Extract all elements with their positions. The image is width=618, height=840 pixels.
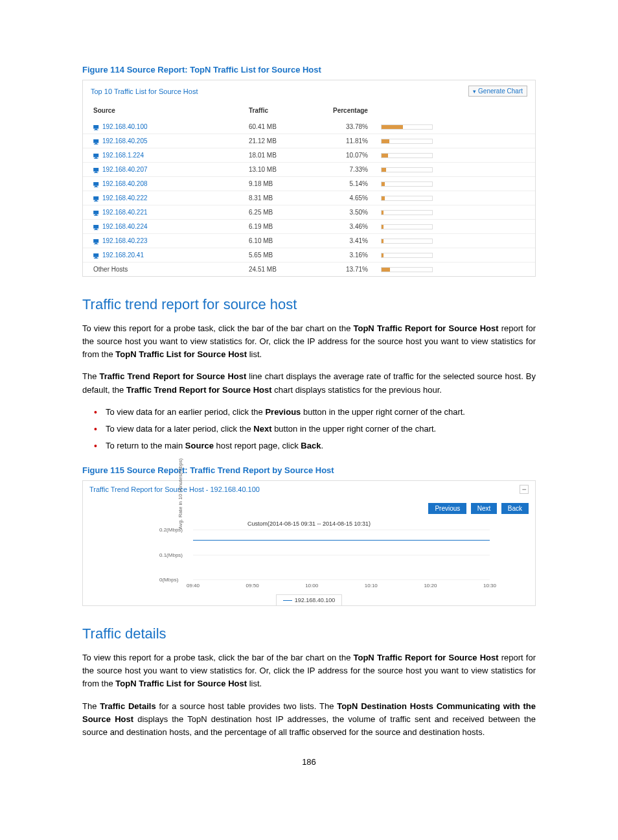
table-row: 192.168.40.2246.19 MB3.46%	[83, 220, 535, 234]
percentage-value: 4.65%	[323, 191, 378, 205]
percentage-bar	[381, 181, 433, 187]
panel-title: Top 10 Traffic List for Source Host	[91, 88, 198, 95]
ip-link[interactable]: 192.168.1.224	[102, 152, 144, 159]
host-icon	[93, 139, 100, 144]
percentage-bar	[381, 210, 433, 215]
chart-y-axis-label: Avg. Rate in 10 Minutes(Mbps)	[177, 458, 183, 530]
svg-rect-11	[94, 173, 98, 174]
percentage-bar	[381, 153, 433, 158]
svg-rect-19	[95, 215, 97, 216]
svg-rect-15	[93, 196, 98, 200]
chart-y-tick: 0(Mbps)	[159, 577, 178, 583]
percentage-bar	[381, 253, 433, 258]
ip-link[interactable]: 192.168.40.222	[102, 194, 148, 202]
svg-rect-17	[94, 202, 98, 202]
percentage-value: 13.71%	[323, 262, 378, 277]
percentage-bar	[381, 167, 433, 172]
chart-x-tick: 10:20	[424, 583, 437, 589]
svg-rect-23	[94, 230, 98, 231]
paragraph: The Traffic Trend Report for Source Host…	[82, 370, 536, 396]
traffic-value: 8.31 MB	[238, 191, 323, 205]
ip-link[interactable]: 192.168.40.221	[102, 209, 148, 216]
section-heading-traffic-trend: Traffic trend report for source host	[82, 296, 536, 313]
list-item: To view data for an earlier period, clic…	[82, 406, 536, 419]
chart-x-tick: 10:10	[365, 583, 378, 589]
chart-toolbar: Previous Next Back	[83, 498, 535, 518]
host-icon	[93, 181, 100, 187]
ip-link[interactable]: 192.168.40.207	[102, 166, 148, 173]
ip-link[interactable]: 192.168.40.208	[102, 180, 148, 187]
table-row: 192.168.40.2216.25 MB3.50%	[83, 205, 535, 220]
traffic-value: 6.25 MB	[238, 205, 323, 220]
svg-rect-28	[95, 257, 97, 259]
traffic-value: 21.12 MB	[238, 134, 323, 148]
paragraph: To view this report for a probe task, cl…	[82, 322, 536, 361]
chart-y-tick: 0.2(Mbps)	[159, 527, 183, 533]
percentage-value: 10.07%	[323, 148, 378, 163]
table-row: 192.168.40.2089.18 MB5.14%	[83, 177, 535, 191]
table-row: 192.168.40.2236.10 MB3.41%	[83, 234, 535, 248]
svg-rect-25	[95, 243, 97, 244]
svg-rect-20	[94, 216, 98, 216]
svg-rect-1	[95, 129, 97, 130]
other-hosts-label: Other Hosts	[93, 266, 128, 273]
table-row: 192.168.20.415.65 MB3.16%	[83, 248, 535, 262]
chart-x-tick: 10:00	[305, 583, 318, 589]
svg-rect-16	[95, 200, 97, 202]
paragraph: To view this report for a probe task, cl…	[82, 651, 536, 690]
figure-114-title: Figure 114 Source Report: TopN Traffic L…	[82, 65, 536, 75]
svg-rect-10	[95, 172, 97, 173]
bullet-list: To view data for an earlier period, clic…	[82, 406, 536, 452]
ip-link[interactable]: 192.168.40.223	[102, 237, 148, 244]
traffic-value: 60.41 MB	[238, 120, 323, 134]
back-button[interactable]: Back	[501, 503, 529, 514]
host-icon	[93, 253, 100, 258]
host-icon	[93, 210, 100, 215]
percentage-value: 5.14%	[323, 177, 378, 191]
svg-rect-13	[95, 186, 97, 187]
traffic-value: 24.51 MB	[238, 262, 323, 277]
chart-caption: Custom(2014-08-15 09:31 -- 2014-08-15 10…	[83, 520, 535, 527]
percentage-value: 3.41%	[323, 234, 378, 248]
chart-plot-area: 0(Mbps)0.1(Mbps)0.2(Mbps)09:4009:5010:00…	[193, 530, 490, 580]
list-item: To view data for a later period, click t…	[82, 423, 536, 436]
col-traffic: Traffic	[238, 102, 323, 120]
table-row: 192.168.40.10060.41 MB33.78%	[83, 120, 535, 134]
svg-rect-18	[93, 211, 98, 215]
percentage-value: 11.81%	[323, 134, 378, 148]
ip-link[interactable]: 192.168.20.41	[102, 251, 144, 259]
table-row: 192.168.40.20521.12 MB11.81%	[83, 134, 535, 148]
svg-rect-8	[94, 159, 98, 159]
chart-legend: 192.168.40.100	[276, 594, 343, 606]
svg-rect-9	[93, 168, 98, 172]
ip-link[interactable]: 192.168.40.100	[102, 123, 148, 130]
svg-rect-5	[94, 145, 98, 145]
percentage-bar	[381, 124, 433, 130]
traffic-value: 6.10 MB	[238, 234, 323, 248]
svg-rect-6	[93, 154, 98, 158]
traffic-value: 5.65 MB	[238, 248, 323, 262]
svg-rect-4	[95, 143, 97, 145]
percentage-bar	[381, 139, 433, 144]
host-icon	[93, 124, 100, 130]
svg-rect-21	[93, 225, 98, 229]
percentage-value: 3.50%	[323, 205, 378, 220]
previous-button[interactable]: Previous	[428, 503, 466, 514]
traffic-value: 9.18 MB	[238, 177, 323, 191]
generate-chart-button[interactable]: Generate Chart	[468, 86, 527, 97]
ip-link[interactable]: 192.168.40.205	[102, 137, 148, 145]
paragraph: The Traffic Details for a source host ta…	[82, 700, 536, 739]
table-row: 192.168.40.2228.31 MB4.65%	[83, 191, 535, 205]
chart-x-tick: 09:50	[246, 583, 259, 589]
percentage-bar	[381, 224, 433, 229]
svg-rect-26	[94, 244, 98, 245]
svg-rect-2	[94, 130, 98, 131]
collapse-icon[interactable]: −	[520, 485, 529, 494]
next-button[interactable]: Next	[471, 503, 498, 514]
table-row: 192.168.1.22418.01 MB10.07%	[83, 148, 535, 163]
svg-rect-14	[94, 187, 98, 188]
host-icon	[93, 239, 100, 244]
host-icon	[93, 167, 100, 172]
ip-link[interactable]: 192.168.40.224	[102, 223, 148, 230]
col-source: Source	[83, 102, 238, 120]
